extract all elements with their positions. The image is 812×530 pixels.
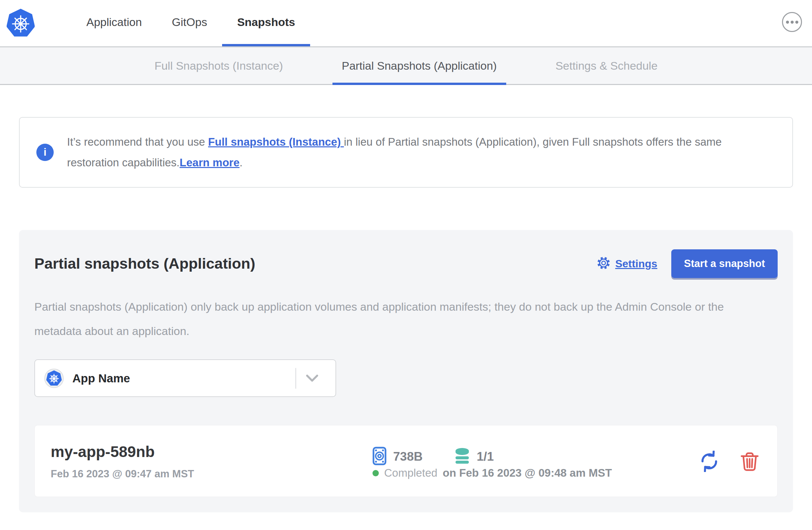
restore-snapshot-button[interactable] [699,451,720,472]
snapshot-subtabs: Full Snapshots (Instance) Partial Snapsh… [0,47,812,85]
card-description: Partial snapshots (Application) only bac… [34,295,763,343]
status-finished-time: on Feb 16 2023 @ 09:48 am MST [443,467,612,479]
kubernetes-app-icon [44,369,64,388]
primary-nav-tabs: Application GitOps Snapshots [71,0,310,46]
status-label: Completed [384,467,437,479]
learn-more-link[interactable]: Learn more [180,156,240,169]
snapshot-size: 738B [373,447,422,467]
snapshot-start-time: Feb 16 2023 @ 09:47 am MST [51,468,373,480]
start-snapshot-button[interactable]: Start a snapshot [671,249,778,278]
banner-text-before: It’s recommend that you use [67,136,208,148]
subtab-full-snapshots[interactable]: Full Snapshots (Instance) [125,47,313,84]
full-snapshots-link[interactable]: Full snapshots (Instance) [208,136,344,148]
kubernetes-logo[interactable] [7,9,35,38]
info-icon: i [37,144,54,161]
top-nav: Application GitOps Snapshots [0,0,812,47]
nav-tab-gitops[interactable]: GitOps [157,0,222,46]
snapshot-name: my-app-589nb [51,443,373,461]
partial-snapshots-card: Partial snapshots (Application) Settings… [19,230,793,512]
snapshot-identity: my-app-589nb Feb 16 2023 @ 09:47 am MST [51,443,373,480]
snapshot-details: 738B 1/1 Completed on Feb 16 20 [373,443,699,480]
snapshot-size-value: 738B [393,450,422,464]
info-banner-text: It’s recommend that you use Full snapsho… [67,132,775,173]
snapshot-settings-link[interactable]: Settings [597,256,657,271]
trash-icon [740,468,759,473]
info-banner: i It’s recommend that you use Full snaps… [19,117,793,188]
nav-tab-snapshots[interactable]: Snapshots [222,0,310,46]
app-name-select[interactable]: App Name [34,359,336,397]
database-icon [454,448,470,466]
disk-volume-icon [373,447,387,467]
app-select-value: App Name [72,372,295,385]
ellipsis-menu-icon[interactable] [782,12,802,32]
card-header: Partial snapshots (Application) Settings… [34,249,778,278]
settings-label: Settings [615,257,657,270]
snapshot-stats: 738B 1/1 [373,447,699,467]
snapshot-actions [699,443,762,480]
status-dot-icon [373,470,379,476]
snapshot-volumes-value: 1/1 [477,450,494,464]
chevron-down-icon[interactable] [296,374,328,382]
restore-icon [699,468,720,473]
subtab-settings-schedule[interactable]: Settings & Schedule [526,47,687,84]
nav-tab-application[interactable]: Application [71,0,157,46]
page-title: Partial snapshots (Application) [34,255,597,273]
subtab-partial-snapshots[interactable]: Partial Snapshots (Application) [313,47,526,84]
snapshot-status: Completed on Feb 16 2023 @ 09:48 am MST [373,467,699,479]
snapshot-volumes: 1/1 [454,448,494,466]
delete-snapshot-button[interactable] [740,451,759,472]
gear-icon [597,256,611,271]
banner-text-after: . [240,156,243,169]
snapshot-row: my-app-589nb Feb 16 2023 @ 09:47 am MST [34,425,778,497]
